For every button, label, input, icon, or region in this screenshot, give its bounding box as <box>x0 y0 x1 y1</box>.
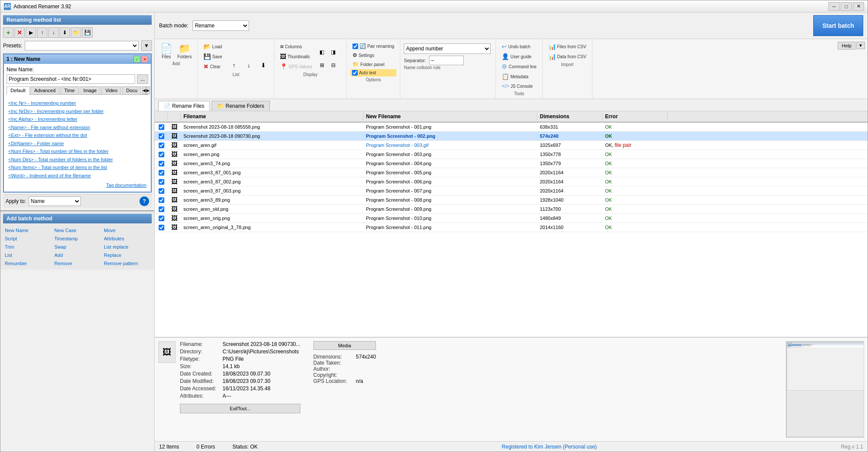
move-up-button[interactable]: ↑ <box>37 27 47 38</box>
exiftool-button[interactable]: ExifTool... <box>180 404 300 413</box>
new-name-input[interactable] <box>7 74 135 84</box>
row-checkbox[interactable] <box>155 142 168 149</box>
close-button[interactable]: ✕ <box>853 2 864 11</box>
batch-trim[interactable]: Trim <box>5 243 51 250</box>
row-checkbox[interactable] <box>155 123 168 131</box>
tag-word[interactable]: <Word> - Indexed word of the filename <box>7 172 148 180</box>
columns-button[interactable]: ≡ Columns <box>278 42 314 51</box>
batch-new-name[interactable]: New Name <box>5 227 51 234</box>
batch-new-case[interactable]: New Case <box>54 227 100 234</box>
row-checkbox[interactable] <box>155 206 168 213</box>
open-folder-button[interactable]: 📁 <box>71 27 81 38</box>
row-checkbox[interactable] <box>155 133 168 140</box>
batch-replace[interactable]: Replace <box>104 252 150 259</box>
method-close-button[interactable]: ✕ <box>141 56 148 63</box>
batch-mode-select[interactable]: Rename Copy Move <box>193 20 249 31</box>
help-icon-button[interactable]: ? <box>140 196 149 206</box>
thumbnails-button[interactable]: 🖼 Thumbnails <box>278 52 314 61</box>
auto-test-check[interactable] <box>352 70 358 76</box>
tab-image[interactable]: Image <box>80 86 101 94</box>
presets-select[interactable] <box>25 41 139 50</box>
tag-num-files[interactable]: <Num Files> - Total number of files in t… <box>7 147 148 156</box>
gps-values-button[interactable]: 📍 GPS Values <box>278 62 314 71</box>
play-button[interactable]: ▶ <box>26 27 36 38</box>
batch-list[interactable]: List <box>5 252 51 259</box>
start-batch-button[interactable]: Start batch <box>813 15 863 36</box>
tab-nav-left[interactable]: ◀ <box>142 86 146 94</box>
tag-num-dirs[interactable]: <Num Dirs> - Total number of folders in … <box>7 156 148 164</box>
tab-nav-right[interactable]: ▶ <box>146 86 150 94</box>
rename-files-tab[interactable]: 📄 Rename Files <box>158 101 210 111</box>
save-button[interactable]: 💾 <box>82 27 93 38</box>
move-bottom-button[interactable]: ⬇ <box>60 27 70 38</box>
batch-list-replace[interactable]: List replace <box>104 243 150 250</box>
batch-swap[interactable]: Swap <box>54 243 100 250</box>
help-dropdown-button[interactable]: ▼ <box>856 42 865 49</box>
list-down-button[interactable]: ↓ <box>242 59 256 71</box>
move-down-button[interactable]: ↓ <box>48 27 59 38</box>
list-load-button[interactable]: 📂 Load <box>201 42 224 51</box>
row-checkbox[interactable] <box>155 196 168 204</box>
display-btn3[interactable]: ⊞ <box>317 59 327 71</box>
tab-default[interactable]: Default <box>7 86 30 95</box>
tag-documentation-link[interactable]: Tag documentation <box>106 183 146 188</box>
batch-remove-pattern[interactable]: Remove pattern <box>104 260 150 267</box>
display-btn4[interactable]: ⊟ <box>328 59 339 71</box>
tag-inc-alpha[interactable]: <Inc Alpha> - Incrementing letter <box>7 115 148 123</box>
tag-dirname[interactable]: <DirName> - Folder name <box>7 140 148 148</box>
tab-time[interactable]: Time <box>60 86 79 94</box>
method-enable-button[interactable]: ✓ <box>133 56 140 63</box>
header-error[interactable]: Error <box>602 113 668 120</box>
tag-num-items[interactable]: <Num Items> - Total number of items in t… <box>7 163 148 172</box>
batch-add[interactable]: Add <box>54 252 100 259</box>
add-method-button[interactable]: + <box>3 27 13 38</box>
tab-video[interactable]: Video <box>101 86 121 94</box>
presets-dropdown-button[interactable]: ▼ <box>141 40 152 51</box>
row-checkbox[interactable] <box>155 224 168 231</box>
data-from-csv-button[interactable]: 📊 Data from CSV <box>546 52 589 61</box>
tag-name[interactable]: <Name> - File name without extension <box>7 123 148 132</box>
registered-link[interactable]: Registered to Kim Jensen (Personal use) <box>502 444 597 450</box>
undo-batch-button[interactable]: ↩ Undo batch <box>499 42 539 51</box>
maximize-button[interactable]: □ <box>841 2 852 11</box>
display-btn2[interactable]: ◨ <box>328 46 339 58</box>
minimize-button[interactable]: ─ <box>828 2 840 11</box>
list-clear-button[interactable]: ✖ Clear <box>201 62 224 71</box>
header-new-filename[interactable]: New Filename <box>363 113 537 120</box>
row-checkbox[interactable] <box>155 151 168 158</box>
folder-panel-button[interactable]: 📁 Folder panel <box>350 60 396 69</box>
header-filename[interactable]: Filename <box>181 113 363 120</box>
list-bottom-button[interactable]: ⬇ <box>256 59 270 71</box>
rename-folders-tab[interactable]: 📁 Rename Folders <box>212 101 270 111</box>
add-files-button[interactable]: 📄 Files <box>158 42 174 60</box>
row-checkbox[interactable] <box>155 178 168 186</box>
tag-inc-nrdir[interactable]: <Inc NrDir> - Incrementing number per fo… <box>7 107 148 116</box>
new-name-more-button[interactable]: ... <box>137 74 148 84</box>
header-dimensions[interactable]: Dimensions <box>537 113 602 120</box>
tab-docu[interactable]: Docu <box>122 86 141 94</box>
row-checkbox[interactable] <box>155 215 168 222</box>
add-folders-button[interactable]: 📁 Folders <box>175 42 194 60</box>
row-checkbox[interactable] <box>155 187 168 195</box>
tab-advanced[interactable]: Advanced <box>30 86 60 94</box>
row-checkbox[interactable] <box>155 160 168 167</box>
metadata-button[interactable]: 📋 Metadata <box>499 72 539 81</box>
help-button[interactable]: Help <box>838 42 855 50</box>
js-console-button[interactable]: </> JS Console <box>499 82 539 90</box>
batch-remove[interactable]: Remove <box>54 260 100 267</box>
row-checkbox[interactable] <box>155 169 168 176</box>
auto-test-button[interactable]: Auto test <box>350 69 396 76</box>
tag-ext[interactable]: <Ext> - File extension without the dot <box>7 131 148 140</box>
list-up-button[interactable]: ↑ <box>227 59 241 71</box>
list-save-button[interactable]: 💾 Save <box>201 52 224 61</box>
pair-renaming-check[interactable] <box>353 43 358 49</box>
remove-method-button[interactable]: ✕ <box>14 27 25 38</box>
settings-button[interactable]: ⚙ Settings <box>350 51 396 60</box>
media-tab-button[interactable]: Media <box>313 341 376 350</box>
batch-renumber[interactable]: Renumber <box>5 260 51 267</box>
separator-input[interactable] <box>429 56 464 65</box>
command-line-button[interactable]: ⚙ Command line <box>499 62 539 71</box>
batch-script[interactable]: Script <box>5 235 51 242</box>
display-btn1[interactable]: ◧ <box>317 46 327 58</box>
batch-timestamp[interactable]: Timestamp <box>54 235 100 242</box>
